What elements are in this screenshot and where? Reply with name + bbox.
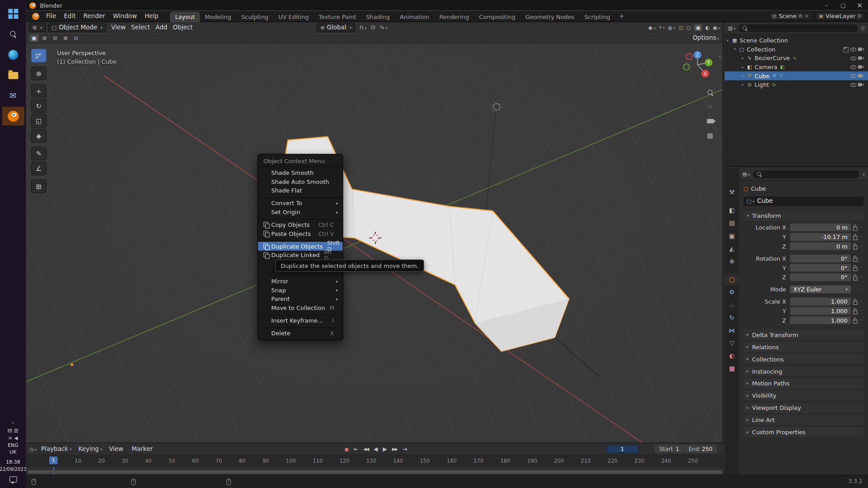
- hide-eye-icon[interactable]: [850, 81, 858, 89]
- properties-section-header[interactable]: ▸ Custom Properties: [743, 427, 863, 437]
- menu-item[interactable]: Render: [80, 11, 109, 21]
- workspace-tab[interactable]: Compositing: [474, 11, 520, 22]
- disable-render-icon[interactable]: [858, 54, 865, 62]
- clock-time[interactable]: 18:38: [6, 459, 20, 465]
- menu-item[interactable]: File: [42, 11, 60, 21]
- frame-start-field[interactable]: Start 1: [655, 445, 684, 453]
- context-menu-item[interactable]: Delete X: [258, 328, 343, 338]
- viewport-canvas[interactable]: [26, 33, 722, 442]
- properties-section-header[interactable]: ▸ Instancing: [743, 366, 863, 376]
- properties-tab[interactable]: [725, 255, 739, 267]
- lock-icon[interactable]: [851, 317, 859, 324]
- hide-eye-icon[interactable]: [850, 45, 858, 53]
- context-menu-item[interactable]: Convert To ▸: [258, 199, 343, 208]
- orientation-dropdown[interactable]: ⊕Global: [316, 23, 355, 32]
- move-tool[interactable]: +: [31, 84, 47, 98]
- timeline-scrollbar[interactable]: [28, 470, 722, 474]
- taskbar-edge-button[interactable]: [2, 45, 24, 64]
- unlink-scene-icon[interactable]: ×: [805, 13, 809, 19]
- lock-icon[interactable]: [851, 274, 859, 281]
- properties-section-header[interactable]: ▸ Line Art: [743, 415, 863, 425]
- select-mode-new-icon[interactable]: ▣: [29, 34, 39, 42]
- menu-item[interactable]: Help: [141, 11, 162, 21]
- workspace-tab[interactable]: Sculpting: [236, 11, 274, 22]
- outliner-editor-type-icon[interactable]: ▥: [728, 25, 736, 31]
- workspace-tab[interactable]: Animation: [395, 11, 434, 22]
- scale-tool[interactable]: ◱: [31, 114, 47, 128]
- properties-tab[interactable]: [725, 217, 739, 230]
- properties-section-header[interactable]: ▸ Collections: [743, 354, 863, 364]
- animate-dot-icon[interactable]: ·: [859, 298, 863, 304]
- visibility-dropdown-icon[interactable]: ◉: [648, 24, 656, 30]
- shading-wireframe-icon[interactable]: ○: [687, 24, 691, 30]
- viewport-menu-item[interactable]: View: [108, 24, 128, 31]
- properties-section-header[interactable]: ▸ Visibility: [743, 390, 863, 400]
- animate-dot-icon[interactable]: ·: [859, 286, 863, 292]
- outliner-row[interactable]: ▸ Cube: [725, 71, 868, 80]
- animate-dot-icon[interactable]: ·: [859, 317, 863, 323]
- expand-arrow-icon[interactable]: ▾: [725, 38, 731, 42]
- overlays-toggle-icon[interactable]: ◍: [668, 24, 675, 30]
- proportional-edit-icon[interactable]: ⊙: [370, 24, 375, 31]
- ortho-grid-icon[interactable]: ▦: [705, 130, 716, 141]
- hide-eye-icon[interactable]: [850, 72, 858, 80]
- gizmo-minus-y[interactable]: [684, 64, 689, 70]
- disable-render-icon[interactable]: [858, 45, 865, 53]
- viewlayer-selector[interactable]: ▣ ViewLayer ⧉: [815, 12, 864, 21]
- properties-tab[interactable]: [725, 362, 739, 375]
- play-button[interactable]: ▶: [383, 446, 387, 452]
- new-viewlayer-icon[interactable]: ⧉: [858, 13, 861, 19]
- lock-icon[interactable]: [851, 264, 859, 271]
- select-mode-invert-icon[interactable]: ⊠: [61, 34, 71, 42]
- disable-render-icon[interactable]: [858, 63, 865, 71]
- context-menu-item[interactable]: Parent ▸: [258, 294, 343, 303]
- object-name-field[interactable]: ▢ Cube: [743, 197, 863, 206]
- outliner-row[interactable]: ▸ Camera: [725, 62, 868, 71]
- outliner-search-input[interactable]: [738, 24, 858, 32]
- window-titlebar[interactable]: Blender – ▢ ×: [26, 0, 868, 10]
- animate-dot-icon[interactable]: ·: [859, 308, 863, 314]
- workspace-tab[interactable]: Scripting: [580, 11, 615, 22]
- select-mode-intersect-icon[interactable]: ⊡: [71, 34, 81, 42]
- workspace-tab[interactable]: Rendering: [434, 11, 474, 22]
- gizmo-minus-x[interactable]: [686, 53, 692, 59]
- expand-arrow-icon[interactable]: ▸: [740, 65, 745, 69]
- value-field[interactable]: 1.000 ▾: [790, 307, 851, 314]
- viewport-menu-item[interactable]: Add: [153, 24, 170, 31]
- gizmos-toggle-icon[interactable]: ⌖: [659, 24, 665, 30]
- context-menu-item[interactable]: Shade Smooth: [258, 168, 343, 177]
- context-menu-item[interactable]: [258, 216, 343, 221]
- lock-icon[interactable]: [851, 224, 859, 230]
- taskbar-search-button[interactable]: [2, 25, 24, 44]
- viewport-3d[interactable]: ⊞ ▢Object Mode ViewSelectAddObject ⊕Glob…: [26, 22, 724, 443]
- navigation-gizmo[interactable]: Z Y X: [680, 47, 715, 84]
- animate-dot-icon[interactable]: ·: [859, 234, 863, 239]
- expand-arrow-icon[interactable]: ▸: [740, 56, 745, 61]
- context-menu-item[interactable]: [258, 312, 343, 316]
- shading-solid-icon[interactable]: ●: [694, 24, 702, 31]
- playhead[interactable]: 1: [49, 456, 57, 464]
- animate-dot-icon[interactable]: ·: [859, 274, 863, 280]
- taskbar-explorer-button[interactable]: [2, 66, 24, 85]
- expand-arrow-icon[interactable]: ▾: [732, 47, 738, 52]
- rotate-tool[interactable]: ↻: [31, 99, 47, 113]
- exclude-checkbox-icon[interactable]: [842, 45, 849, 53]
- transform-tool[interactable]: ◈: [31, 129, 47, 143]
- hide-eye-icon[interactable]: [850, 63, 858, 71]
- context-menu-item[interactable]: Shade Flat: [258, 186, 343, 195]
- outliner-row[interactable]: ▸ Light: [725, 80, 868, 89]
- filter-funnel-icon[interactable]: ▽: [861, 25, 864, 31]
- select-mode-subtract-icon[interactable]: ⊟: [50, 34, 60, 42]
- maximize-button[interactable]: ▢: [835, 0, 852, 10]
- animate-dot-icon[interactable]: ·: [859, 243, 863, 249]
- properties-tab[interactable]: [725, 350, 739, 362]
- context-menu-item[interactable]: Set Origin ▸: [258, 207, 343, 216]
- cursor-tool[interactable]: ⊕: [31, 66, 47, 80]
- timeline-track[interactable]: [26, 467, 724, 474]
- context-menu-item[interactable]: Mirror ▸: [258, 277, 343, 286]
- context-menu-item[interactable]: Snap ▸: [258, 286, 343, 295]
- editor-type-button[interactable]: ⊞: [29, 23, 46, 32]
- clock-date[interactable]: 22/09/2023: [0, 466, 27, 472]
- workspace-tab[interactable]: Modeling: [200, 11, 236, 22]
- next-keyframe-button[interactable]: ▶▶: [392, 446, 397, 451]
